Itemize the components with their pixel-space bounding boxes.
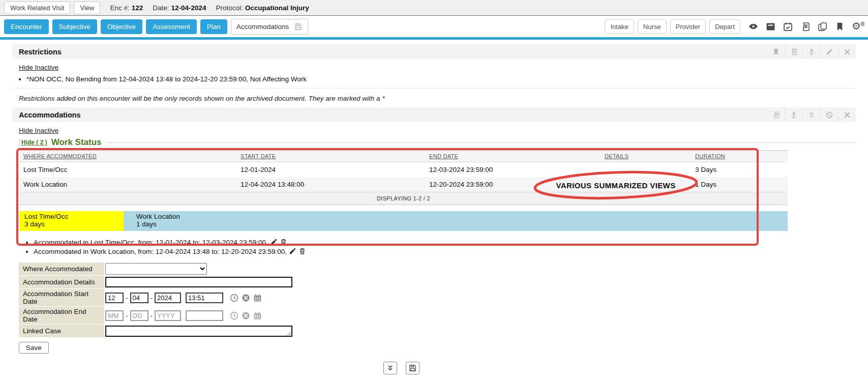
work-status-section: Hide ( 2 ) Work Status VARIOUS SUMMARIZE…: [19, 137, 856, 255]
save-section-button[interactable]: [406, 362, 420, 374]
edit-pencil-icon[interactable]: [270, 238, 278, 246]
accommodation-form: Where Accommodated Accommodation Details…: [19, 263, 856, 337]
view-button[interactable]: View: [74, 2, 100, 14]
microphone-icon[interactable]: [802, 44, 820, 59]
work-related-visit-button[interactable]: Work Related Visit: [4, 2, 70, 14]
start-time-input[interactable]: [186, 293, 223, 303]
where-accommodated-select[interactable]: [105, 263, 207, 275]
accommodations-hide-inactive-link[interactable]: Hide Inactive: [19, 127, 58, 134]
provider-button[interactable]: Provider: [670, 19, 706, 34]
pencil-icon[interactable]: [820, 44, 838, 59]
table-row[interactable]: Lost Time/Occ 12-01-2024 12-03-2024 23:5…: [19, 162, 788, 178]
close-icon[interactable]: [838, 44, 856, 59]
encounter-number-field: Enc #:122: [110, 4, 143, 12]
start-day-input[interactable]: [130, 293, 148, 303]
col-header-start-date[interactable]: START DATE: [236, 151, 425, 162]
linked-case-input[interactable]: [105, 326, 292, 337]
tab-bar-right-group: Intake Nurse Provider Depart ⚙⚙: [605, 19, 864, 34]
cell-start: 12-04-2024 13:48:00: [236, 177, 425, 192]
col-header-end-date[interactable]: END DATE: [425, 151, 601, 162]
calendar-check-icon[interactable]: [783, 21, 793, 32]
col-header-details[interactable]: DETAILS: [601, 151, 691, 162]
start-year-input[interactable]: [155, 293, 181, 303]
eye-icon[interactable]: [748, 21, 759, 32]
start-month-input[interactable]: [105, 293, 124, 303]
work-status-hide-link[interactable]: Hide ( 2 ): [19, 139, 47, 146]
tab-plan[interactable]: Plan: [200, 19, 227, 34]
accommodation-summary-text: Accommodated in Work Location, from: 12-…: [34, 248, 287, 255]
tab-accommodations-active[interactable]: Accommodations: [231, 19, 309, 35]
table-paging-status: DISPLAYING 1-2 / 2: [19, 192, 788, 205]
tab-encounter[interactable]: Encounter: [4, 19, 49, 34]
linked-case-label: Linked Case: [19, 325, 104, 337]
summary-duration: 3 days: [24, 220, 118, 228]
accommodations-title: Accommodations: [19, 111, 81, 119]
restrictions-header: Restrictions: [12, 44, 856, 59]
calendar-icon[interactable]: [253, 311, 262, 320]
microphone-icon[interactable]: [785, 107, 802, 122]
block-icon[interactable]: [820, 107, 838, 122]
intake-button[interactable]: Intake: [605, 19, 634, 34]
active-tab-label: Accommodations: [236, 23, 289, 31]
date-separator: -: [126, 294, 128, 302]
end-day-input[interactable]: [130, 310, 148, 321]
book-icon[interactable]: [800, 21, 811, 32]
end-month-input[interactable]: [105, 310, 124, 321]
close-icon[interactable]: [838, 107, 856, 122]
clock-icon[interactable]: [229, 311, 239, 320]
encounter-number-label: Enc #:: [110, 4, 129, 12]
end-time-input[interactable]: [186, 310, 223, 321]
clock-icon[interactable]: [229, 293, 239, 303]
collapse-icon[interactable]: [802, 107, 820, 122]
cell-end: 12-03-2024 23:59:00: [425, 162, 601, 178]
protocol-field: Protocol:Occupational Injury: [216, 4, 309, 12]
cell-details: [601, 177, 691, 192]
restrictions-hide-inactive-link[interactable]: Hide Inactive: [19, 64, 58, 71]
cell-where: Work Location: [19, 177, 236, 192]
summary-block-lost-time: Lost Time/Occ 3 days: [19, 211, 124, 231]
restrictions-note: Restrictions added on this encounter wil…: [19, 95, 856, 102]
restrictions-title: Restrictions: [19, 48, 62, 56]
book-icon[interactable]: [767, 107, 785, 122]
annotated-region: VARIOUS SUMMARIZED VIEWS WHERE ACCOMMODA…: [19, 150, 856, 255]
accommodation-details-input[interactable]: [105, 277, 292, 287]
cell-duration: 1 Days: [691, 177, 788, 192]
protocol-label: Protocol:: [216, 4, 243, 12]
col-header-where-accommodated[interactable]: WHERE ACCOMMODATED: [19, 151, 236, 162]
table-row[interactable]: Work Location 12-04-2024 13:48:00 12-20-…: [19, 177, 788, 192]
clear-circle-icon[interactable]: [241, 311, 251, 320]
cell-duration: 3 Days: [691, 162, 788, 178]
tab-assessment[interactable]: Assessment: [146, 19, 197, 34]
clear-circle-icon[interactable]: [241, 293, 251, 303]
nurse-button[interactable]: Nurse: [638, 19, 667, 34]
summary-title: Lost Time/Occ: [24, 213, 118, 220]
work-status-table: WHERE ACCOMMODATED START DATE END DATE D…: [19, 150, 788, 205]
trash-icon[interactable]: [280, 238, 287, 246]
end-year-input[interactable]: [155, 310, 181, 321]
tab-subjective[interactable]: Subjective: [52, 19, 97, 34]
book-icon[interactable]: [785, 44, 802, 59]
col-header-duration[interactable]: DURATION: [691, 151, 788, 162]
copy-icon[interactable]: [817, 21, 828, 32]
date-separator: -: [126, 312, 128, 319]
accommodation-summary-item: Accommodated in Work Location, from: 12-…: [34, 247, 856, 255]
top-bar: Work Related Visit View Enc #:122 Date:1…: [0, 0, 868, 16]
edit-pencil-icon[interactable]: [289, 247, 296, 255]
accommodation-details-label: Accommodation Details: [19, 276, 104, 288]
bookmark-icon[interactable]: [834, 21, 845, 32]
section-divider: [12, 88, 856, 89]
toolbar-icons: ⚙⚙: [748, 21, 864, 32]
date-separator: -: [151, 312, 153, 319]
gears-icon[interactable]: ⚙⚙: [852, 21, 864, 32]
bookmark-icon[interactable]: [767, 44, 785, 59]
trash-icon[interactable]: [298, 247, 306, 255]
depart-button[interactable]: Depart: [709, 19, 740, 34]
summary-duration: 1 days: [136, 220, 783, 228]
collapse-section-button[interactable]: [383, 362, 397, 374]
calendar-icon[interactable]: [253, 293, 262, 303]
accommodation-start-date-label: Accommodation Start Date: [19, 289, 104, 306]
tab-objective[interactable]: Objective: [101, 19, 142, 34]
save-button[interactable]: Save: [19, 342, 49, 354]
date-value: 12-04-2024: [171, 4, 206, 12]
archive-icon[interactable]: [765, 21, 776, 32]
